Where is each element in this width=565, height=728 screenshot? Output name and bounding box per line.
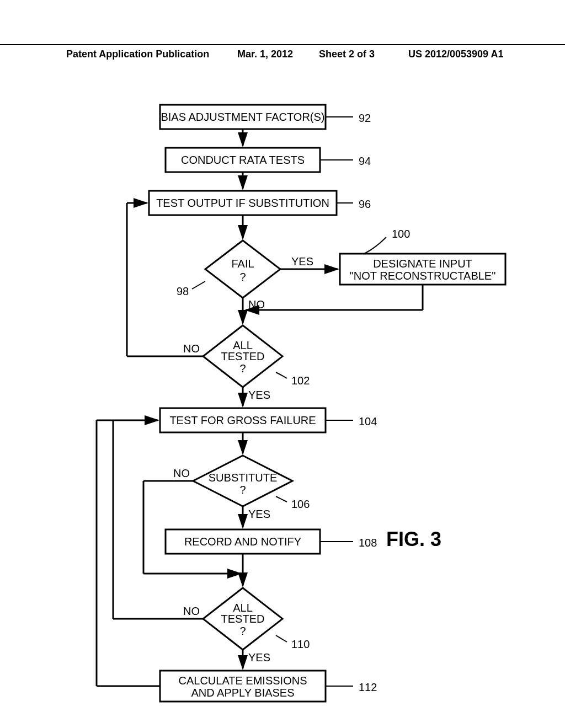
page-header: Patent Application Publication Mar. 1, 2…	[0, 44, 565, 49]
decision-98-l2: ?	[239, 271, 246, 283]
box-112-l1: CALCULATE EMISSIONS	[178, 675, 307, 687]
figure-label: FIG. 3	[386, 528, 441, 550]
box-96-text: TEST OUTPUT IF SUBSTITUTION	[156, 197, 329, 209]
decision-102-l1: ALL	[233, 339, 253, 351]
ref-102: 102	[291, 374, 310, 387]
decision-110-l2: TESTED	[221, 613, 265, 625]
label-106-yes: YES	[248, 508, 270, 520]
ref-106: 106	[291, 498, 310, 510]
box-108-text: RECORD AND NOTIFY	[184, 536, 301, 548]
ref-lead-98	[192, 281, 205, 289]
ref-94: 94	[359, 155, 371, 167]
ref-100: 100	[392, 228, 410, 240]
header-publication: Patent Application Publication	[66, 49, 209, 60]
box-94-text: CONDUCT RATA TESTS	[181, 154, 305, 166]
ref-98: 98	[177, 285, 189, 297]
header-date: Mar. 1, 2012	[237, 49, 293, 60]
ref-lead-110	[276, 635, 287, 642]
decision-102-l2: TESTED	[221, 350, 265, 362]
box-100-l2: "NOT RECONSTRUCTABLE"	[350, 270, 496, 282]
ref-lead-100	[364, 237, 386, 254]
decision-102-l3: ?	[239, 362, 246, 374]
label-106-no: NO	[173, 467, 190, 479]
ref-108: 108	[359, 537, 377, 549]
header-sheet: Sheet 2 of 3	[319, 49, 375, 60]
label-102-yes: YES	[248, 389, 270, 401]
decision-106-l2: ?	[239, 484, 246, 496]
ref-110: 110	[291, 638, 310, 650]
box-112-l2: AND APPLY BIASES	[191, 687, 294, 699]
ref-92: 92	[359, 112, 371, 124]
ref-104: 104	[359, 415, 377, 427]
decision-110-l3: ?	[239, 625, 246, 637]
box-104-text: TEST FOR GROSS FAILURE	[169, 414, 316, 426]
label-102-no: NO	[183, 342, 200, 355]
ref-96: 96	[359, 198, 371, 210]
ref-lead-106	[276, 496, 287, 502]
label-98-no: NO	[248, 298, 265, 311]
label-98-yes: YES	[291, 255, 313, 267]
decision-106-l1: SUBSTITUTE	[209, 472, 277, 484]
decision-98-l1: FAIL	[231, 258, 254, 270]
ref-112: 112	[359, 681, 377, 693]
box-100-l1: DESIGNATE INPUT	[373, 258, 472, 270]
box-92-text: BIAS ADJUSTMENT FACTOR(S)	[161, 111, 324, 123]
header-pubno: US 2012/0053909 A1	[408, 49, 503, 60]
decision-110-l1: ALL	[233, 602, 253, 614]
flowchart: BIAS ADJUSTMENT FACTOR(S) 92 CONDUCT RAT…	[0, 83, 565, 728]
label-110-no: NO	[183, 605, 200, 617]
label-110-yes: YES	[248, 651, 270, 663]
ref-lead-102	[276, 372, 287, 378]
